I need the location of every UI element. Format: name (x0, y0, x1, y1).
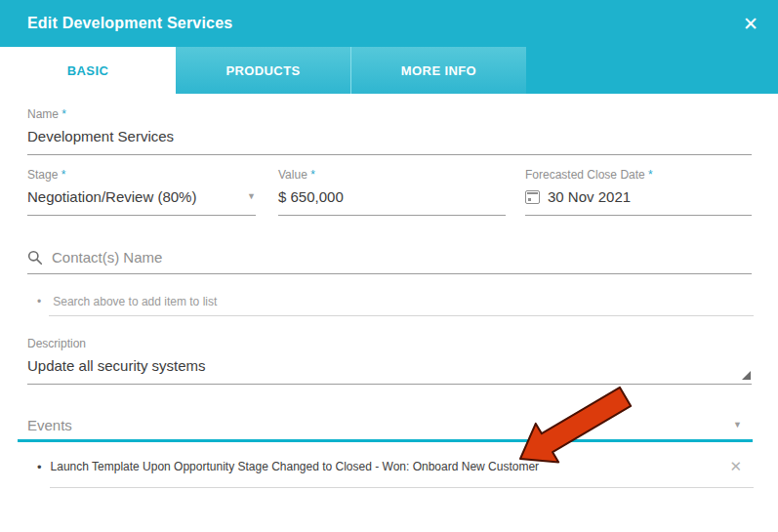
required-asterisk: * (310, 168, 315, 182)
description-textarea[interactable]: Update all security systems (27, 352, 752, 384)
required-asterisk: * (61, 168, 66, 182)
contacts-search-input[interactable] (52, 249, 752, 266)
contacts-hint-text: Search above to add item to list (53, 295, 217, 308)
tab-basic[interactable]: BASIC (0, 47, 176, 94)
edit-opportunity-modal: Edit Development Services ✕ BASIC PRODUC… (0, 0, 778, 532)
forecasted-close-date-field: Forecasted Close Date * 30 Nov 2021 (525, 167, 752, 216)
stage-select[interactable]: Negotiation/Review (80%) ▼ (27, 184, 256, 215)
event-item-text: Launch Template Upon Opportunity Stage C… (51, 460, 540, 473)
list-divider (49, 315, 754, 316)
chevron-down-icon: ▼ (733, 421, 742, 430)
modal-title: Edit Development Services (27, 0, 232, 47)
tab-products[interactable]: PRODUCTS (176, 47, 350, 94)
bullet-icon: • (37, 460, 42, 474)
events-focus-underline (18, 439, 753, 442)
name-input[interactable]: Development Services (27, 123, 752, 154)
contacts-hint-row: • Search above to add item to list (27, 293, 752, 309)
forecasted-close-date-label: Forecasted Close Date * (525, 167, 752, 184)
search-icon (27, 250, 43, 266)
chevron-down-icon: ▼ (247, 192, 256, 201)
event-list-item: • Launch Template Upon Opportunity Stage… (27, 457, 754, 476)
list-divider (50, 487, 754, 488)
events-select[interactable]: Events ▼ (27, 415, 752, 434)
close-icon[interactable]: ✕ (739, 0, 762, 47)
description-label: Description (27, 336, 752, 352)
contacts-search-field (27, 246, 752, 274)
name-field: Name * Development Services (27, 106, 752, 155)
tab-more-info[interactable]: MORE INFO (350, 47, 526, 94)
description-field: Description Update all security systems (27, 336, 752, 385)
required-asterisk: * (61, 107, 66, 121)
modal-header: Edit Development Services ✕ (0, 0, 778, 47)
remove-event-icon[interactable]: ✕ (729, 458, 742, 475)
calendar-icon (525, 190, 540, 204)
date-picker[interactable]: 30 Nov 2021 (525, 184, 752, 215)
resize-handle-icon[interactable] (742, 371, 751, 380)
stage-label: Stage * (27, 167, 256, 184)
value-field: Value * $ 650,000 (278, 167, 506, 216)
required-asterisk: * (648, 168, 653, 182)
stage-value: Negotiation/Review (80%) (27, 187, 196, 206)
date-value: 30 Nov 2021 (548, 187, 631, 206)
tab-bar: BASIC PRODUCTS MORE INFO (0, 47, 778, 94)
events-label: Events (27, 417, 72, 433)
stage-field: Stage * Negotiation/Review (80%) ▼ (27, 167, 256, 216)
value-label: Value * (278, 167, 506, 184)
value-input[interactable]: $ 650,000 (278, 184, 506, 215)
bullet-icon: • (37, 295, 41, 308)
name-label: Name * (27, 106, 752, 123)
